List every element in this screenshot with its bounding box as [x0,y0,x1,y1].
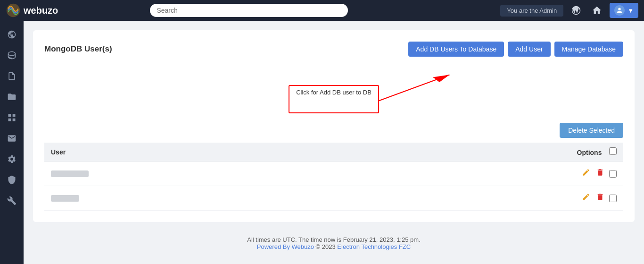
trash-icon [596,193,604,201]
sidebar-item-wrench[interactable] [2,192,21,210]
person-icon [616,7,623,14]
user-cell [44,186,328,211]
sidebar-item-database[interactable] [2,46,21,64]
sidebar-item-shield[interactable] [2,171,21,189]
options-cell [328,186,623,211]
trash-icon [596,168,604,177]
col-user: User [44,143,328,162]
email-icon [7,134,17,143]
user-name-placeholder [51,170,89,177]
search-input[interactable] [150,4,348,17]
sidebar-item-folder[interactable] [2,88,21,106]
col-options: Options [328,143,623,162]
table-header: User Options [44,143,623,162]
sidebar-item-file[interactable] [2,67,21,85]
table-body [44,162,623,211]
delete-selected-button[interactable]: Delete Selected [560,123,623,138]
globe-icon [7,30,17,39]
delete-button[interactable] [595,192,605,204]
header-buttons: Add DB Users To Database Add User Manage… [408,42,623,57]
pencil-icon [582,193,590,201]
wordpress-icon [571,5,581,16]
footer-copyright: © 2023 [316,243,338,250]
main-content: MongoDB User(s) Add DB Users To Database… [24,21,644,264]
table-row [44,162,623,186]
card-header: MongoDB User(s) Add DB Users To Database… [44,42,623,57]
delete-row: Delete Selected [44,123,623,138]
sidebar-item-email[interactable] [2,129,21,147]
sidebar-item-globe[interactable] [2,26,21,43]
edit-button[interactable] [581,192,591,204]
sidebar-item-settings[interactable] [2,150,21,168]
database-icon [7,51,17,60]
sidebar [0,21,24,264]
user-cell [44,162,328,186]
username-label: ▼ [627,7,634,14]
logo-text: webuzo [24,5,58,16]
folder-icon [7,92,17,102]
webuzo-logo-icon [6,3,21,18]
home-icon-button[interactable] [589,3,605,17]
footer-time: All times are UTC. The time now is Febru… [40,236,628,243]
add-user-button[interactable]: Add User [508,42,550,57]
row-checkbox[interactable] [609,195,617,202]
powered-by-link[interactable]: Powered By Webuzo [257,243,314,250]
footer-links: Powered By Webuzo © 2023 Electron Techno… [40,243,628,250]
annotation-box: Click for Add DB user to DB [289,85,379,113]
nav-right: You are the Admin ▼ [500,3,638,18]
row-actions [335,192,617,204]
search-bar[interactable] [150,4,348,17]
page-card: MongoDB User(s) Add DB Users To Database… [33,30,635,222]
shield-icon [7,175,17,185]
footer: All times are UTC. The time now is Febru… [33,230,635,257]
user-name-placeholder [51,195,79,202]
logo: webuzo [6,3,72,18]
admin-badge: You are the Admin [500,5,563,17]
table-row [44,186,623,211]
delete-button[interactable] [595,167,605,180]
select-all-checkbox[interactable] [609,147,617,155]
users-table: User Options [44,143,623,211]
manage-database-button[interactable]: Manage Database [554,42,623,57]
edit-button[interactable] [581,167,591,180]
row-actions [335,167,617,180]
add-db-users-button[interactable]: Add DB Users To Database [408,42,504,57]
annotation-text: Click for Add DB user to DB [296,89,372,96]
grid-icon [7,113,17,122]
wrench-icon [7,196,17,205]
annotation-area: Click for Add DB user to DB [44,66,623,113]
page-title: MongoDB User(s) [44,44,112,54]
row-checkbox[interactable] [609,170,617,178]
user-avatar [614,5,625,16]
sidebar-item-grid[interactable] [2,109,21,127]
file-icon [7,71,17,81]
settings-icon [7,154,17,164]
user-menu-button[interactable]: ▼ [610,3,638,18]
navbar: webuzo You are the Admin ▼ [0,0,644,21]
home-icon [592,5,602,16]
options-cell [328,162,623,186]
wordpress-icon-button[interactable] [568,3,584,17]
pencil-icon [582,168,590,177]
company-link[interactable]: Electron Technologies FZC [337,243,411,250]
